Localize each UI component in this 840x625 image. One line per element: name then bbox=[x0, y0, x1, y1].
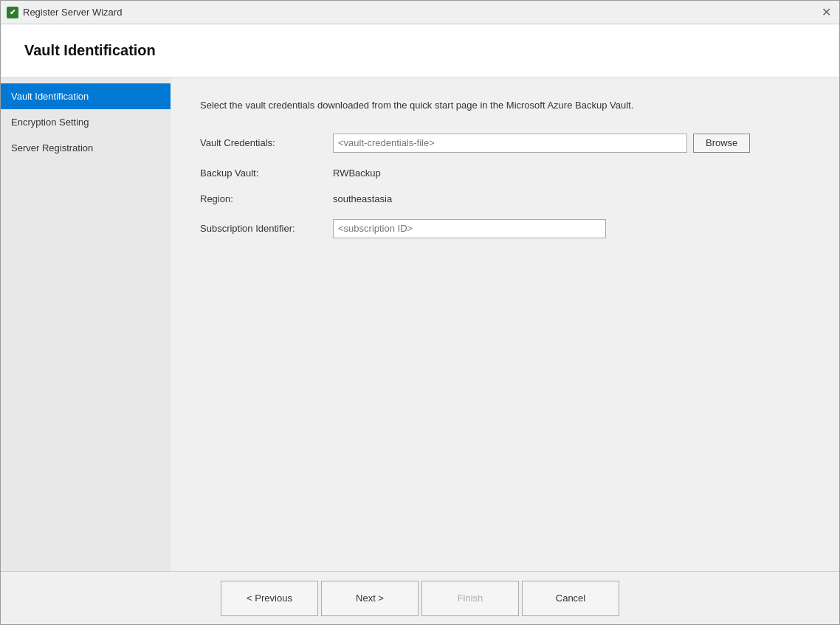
vault-credentials-input-group: Browse bbox=[333, 134, 750, 153]
sidebar-item-vault-identification[interactable]: Vault Identification bbox=[1, 83, 171, 109]
backup-vault-label: Backup Vault: bbox=[200, 168, 333, 179]
subscription-label: Subscription Identifier: bbox=[200, 223, 333, 234]
sidebar-item-server-label: Server Registration bbox=[11, 142, 93, 153]
wizard-footer: < Previous Next > Finish Cancel bbox=[1, 571, 839, 624]
sidebar: Vault Identification Encryption Setting … bbox=[1, 77, 171, 571]
sidebar-item-encryption-label: Encryption Setting bbox=[11, 117, 89, 128]
sidebar-item-server-registration[interactable]: Server Registration bbox=[1, 135, 171, 161]
region-value: southeastasia bbox=[333, 193, 392, 204]
title-bar: ✔ Register Server Wizard ✕ bbox=[1, 1, 839, 24]
vault-credentials-input[interactable] bbox=[333, 134, 687, 153]
subscription-input[interactable] bbox=[333, 219, 606, 238]
vault-credentials-label: Vault Credentials: bbox=[200, 137, 333, 148]
previous-button[interactable]: < Previous bbox=[221, 581, 318, 616]
main-content: Select the vault credentials downloaded … bbox=[171, 77, 839, 571]
subscription-row: Subscription Identifier: bbox=[200, 219, 810, 238]
backup-vault-row: Backup Vault: RWBackup bbox=[200, 168, 810, 179]
region-label: Region: bbox=[200, 193, 333, 204]
app-icon: ✔ bbox=[7, 7, 18, 18]
page-title: Vault Identification bbox=[24, 42, 816, 59]
region-row: Region: southeastasia bbox=[200, 193, 810, 204]
window-title: Register Server Wizard bbox=[23, 7, 819, 18]
wizard-body: Vault Identification Encryption Setting … bbox=[1, 77, 839, 571]
close-button[interactable]: ✕ bbox=[819, 5, 833, 20]
sidebar-item-vault-label: Vault Identification bbox=[11, 91, 89, 102]
sidebar-item-encryption-setting[interactable]: Encryption Setting bbox=[1, 109, 171, 135]
wizard-window: ✔ Register Server Wizard ✕ Vault Identif… bbox=[0, 0, 840, 625]
browse-button[interactable]: Browse bbox=[693, 134, 750, 153]
backup-vault-value: RWBackup bbox=[333, 168, 381, 179]
wizard-header: Vault Identification bbox=[1, 24, 839, 77]
cancel-button[interactable]: Cancel bbox=[522, 581, 619, 616]
description-text: Select the vault credentials downloaded … bbox=[200, 98, 717, 113]
finish-button[interactable]: Finish bbox=[421, 581, 519, 616]
vault-credentials-row: Vault Credentials: Browse bbox=[200, 134, 810, 153]
next-button[interactable]: Next > bbox=[321, 581, 419, 616]
